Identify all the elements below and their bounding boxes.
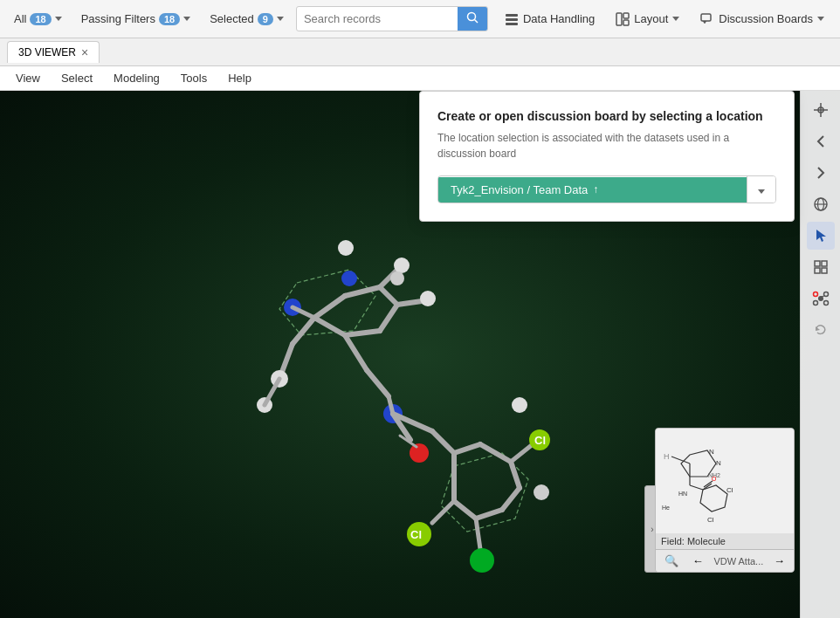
3d-viewer-tab[interactable]: 3D VIEWER ×	[7, 41, 100, 63]
search-button[interactable]	[458, 7, 487, 31]
svg-rect-8	[701, 14, 711, 21]
svg-text:Cl: Cl	[534, 434, 546, 447]
tab-close-button[interactable]: ×	[81, 46, 88, 58]
all-button[interactable]: All 18	[7, 9, 69, 29]
svg-text:Cl: Cl	[707, 516, 714, 524]
all-chevron-icon	[55, 17, 62, 21]
layout-icon	[616, 12, 630, 26]
svg-line-38	[454, 501, 476, 518]
layout-chevron-icon	[672, 17, 679, 21]
menu-select[interactable]: Select	[52, 69, 101, 87]
cursor-button[interactable]	[807, 222, 835, 250]
svg-text:N: N	[716, 459, 721, 467]
svg-rect-66	[815, 268, 820, 273]
svg-line-1	[474, 20, 478, 24]
undo-button[interactable]	[807, 316, 835, 344]
data-handling-button[interactable]: Data Handling	[496, 9, 603, 30]
location-badge[interactable]: Tyk2_Envision / Team Data ↑	[438, 177, 747, 203]
svg-line-35	[511, 462, 520, 488]
selected-chevron-icon	[277, 17, 284, 21]
discussion-boards-chevron-icon	[817, 17, 824, 21]
svg-point-53	[390, 271, 404, 285]
svg-rect-6	[623, 13, 629, 18]
passing-filters-count-badge: 18	[159, 13, 180, 25]
svg-point-54	[512, 397, 527, 413]
grid-icon	[813, 259, 829, 275]
location-selector: Tyk2_Envision / Team Data ↑	[437, 175, 776, 203]
svg-text:HN: HN	[678, 491, 687, 497]
main-toolbar: All 18 Passing Filters 18 Selected 9 D	[0, 0, 840, 38]
svg-point-69	[813, 292, 817, 297]
popup-title: Create or open discussion board by selec…	[437, 109, 776, 123]
prev-button[interactable]	[807, 127, 835, 155]
selected-label: Selected	[210, 12, 254, 25]
svg-line-32	[432, 431, 454, 453]
svg-point-29	[410, 443, 429, 463]
svg-rect-4	[506, 23, 518, 25]
selected-button[interactable]: Selected 9	[203, 9, 291, 29]
discussion-boards-button[interactable]: Discussion Boards	[692, 9, 833, 30]
right-sidebar	[800, 91, 840, 618]
search-icon	[466, 11, 479, 24]
nodes-icon	[812, 290, 830, 307]
search-input[interactable]	[297, 8, 458, 30]
menu-bar: View Select Modeling Tools Help	[0, 66, 840, 91]
svg-rect-67	[822, 268, 827, 273]
svg-rect-7	[623, 20, 629, 25]
passing-filters-label: Passing Filters	[81, 12, 155, 25]
svg-line-16	[380, 305, 397, 331]
svg-line-13	[314, 296, 345, 318]
next-button[interactable]	[807, 159, 835, 187]
svg-point-50	[394, 258, 410, 273]
svg-marker-63	[816, 230, 826, 242]
mini-zoom-button[interactable]: 🔍	[661, 553, 682, 569]
svg-line-40	[511, 444, 533, 462]
svg-line-25	[367, 370, 389, 396]
menu-help[interactable]: Help	[219, 69, 260, 87]
crosshair-icon	[813, 102, 829, 118]
svg-rect-5	[616, 13, 622, 25]
svg-line-33	[454, 444, 480, 453]
svg-text:He: He	[662, 505, 670, 511]
menu-view[interactable]: View	[7, 69, 49, 87]
svg-line-14	[345, 287, 380, 296]
mini-prev-button[interactable]: ←	[689, 553, 707, 569]
svg-point-70	[823, 292, 828, 297]
globe-button[interactable]	[807, 190, 835, 218]
svg-line-24	[345, 335, 367, 370]
grid-button[interactable]	[807, 253, 835, 281]
tab-label: 3D VIEWER	[18, 46, 76, 58]
svg-rect-2	[506, 14, 518, 17]
mini-molecule-svg: H N N NH2 HN O	[659, 433, 790, 529]
passing-filters-button[interactable]: Passing Filters 18	[74, 9, 198, 29]
data-handling-label: Data Handling	[523, 12, 595, 25]
discussion-boards-label: Discussion Boards	[719, 12, 813, 25]
svg-marker-88	[700, 485, 727, 512]
nodes-button[interactable]	[807, 285, 835, 312]
mini-next-button[interactable]: →	[770, 553, 788, 569]
selected-count-badge: 9	[258, 13, 273, 25]
all-label: All	[14, 12, 26, 25]
svg-text:Cl: Cl	[410, 528, 422, 541]
arrow-right-icon	[813, 165, 829, 181]
svg-point-52	[338, 240, 354, 256]
location-label: Tyk2_Envision / Team Data	[451, 183, 588, 196]
svg-line-12	[293, 318, 314, 344]
location-dropdown-button[interactable]	[747, 176, 775, 203]
toolbar-right: Data Handling Layout Discussion Boards	[496, 9, 833, 30]
svg-rect-3	[506, 18, 518, 21]
vdw-label: VDW Atta...	[713, 556, 763, 566]
crosshair-button[interactable]	[807, 96, 835, 124]
svg-point-72	[823, 301, 828, 306]
svg-point-71	[813, 301, 817, 306]
layout-button[interactable]: Layout	[607, 9, 688, 30]
menu-tools[interactable]: Tools	[172, 69, 216, 87]
undo-icon	[813, 322, 829, 338]
svg-line-84	[690, 485, 703, 490]
globe-icon	[813, 196, 829, 212]
menu-modeling[interactable]: Modeling	[105, 69, 169, 87]
svg-line-15	[380, 287, 397, 305]
svg-point-55	[534, 484, 549, 500]
arrow-left-icon	[813, 134, 829, 149]
all-count-badge: 18	[30, 13, 51, 25]
